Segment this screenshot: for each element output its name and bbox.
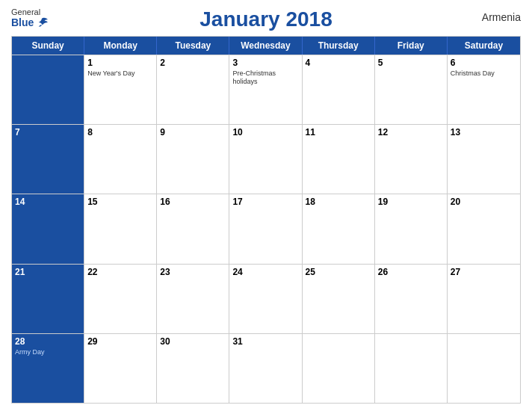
calendar-cell: 31 <box>229 334 302 403</box>
calendar-grid: SundayMondayTuesdayWednesdayThursdayFrid… <box>11 36 521 404</box>
cell-date-number: 29 <box>87 336 153 347</box>
calendar-cell <box>448 334 520 403</box>
cell-date-number: 23 <box>160 267 226 277</box>
calendar-cell: 15 <box>84 194 157 263</box>
cell-date-number: 3 <box>232 58 298 68</box>
cell-date-number: 16 <box>160 197 226 207</box>
calendar-cell: 11 <box>303 125 375 194</box>
calendar-cell: 6Christmas Day <box>448 55 520 124</box>
cell-date-number: 17 <box>232 197 298 207</box>
calendar-cell: 30 <box>157 334 229 403</box>
day-header-saturday: Saturday <box>448 37 520 55</box>
cell-date-number: 24 <box>232 267 298 277</box>
calendar-cell: 24 <box>229 265 302 333</box>
calendar-cell <box>303 334 375 403</box>
calendar-cell: 18 <box>303 194 375 263</box>
calendar-cell: 2 <box>157 55 229 124</box>
cell-event-label: New Year's Day <box>87 69 153 78</box>
week-row-4: 21222324252627 <box>12 264 520 333</box>
cell-date-number: 15 <box>87 197 153 207</box>
cell-date-number: 4 <box>306 58 371 68</box>
logo-blue-text: Blue <box>11 16 49 28</box>
calendar-cell: 1New Year's Day <box>84 55 157 124</box>
cell-date-number: 31 <box>232 336 298 347</box>
cell-date-number: 14 <box>15 197 81 207</box>
cell-date-number: 6 <box>451 58 517 68</box>
cell-date-number: 26 <box>378 267 444 277</box>
day-header-monday: Monday <box>84 37 157 55</box>
calendar-cell: 17 <box>229 194 302 263</box>
calendar-header: General Blue January 2018 Armenia <box>11 7 521 31</box>
calendar-container: General Blue January 2018 Armenia Sunday… <box>0 0 532 411</box>
cell-date-number: 27 <box>451 267 517 277</box>
cell-event-label: Army Day <box>15 348 81 356</box>
month-title: January 2018 <box>200 7 332 31</box>
calendar-cell: 26 <box>375 265 448 333</box>
cell-date-number: 21 <box>15 267 81 277</box>
calendar-cell <box>375 334 448 403</box>
week-row-3: 14151617181920 <box>12 194 520 263</box>
calendar-cell: 13 <box>448 125 520 194</box>
cell-date-number: 7 <box>15 127 81 137</box>
cell-date-number: 28 <box>15 336 81 347</box>
calendar-cell: 4 <box>303 55 375 124</box>
day-header-tuesday: Tuesday <box>157 37 229 55</box>
calendar-cell: 9 <box>157 125 229 194</box>
cell-date-number: 13 <box>451 127 517 137</box>
calendar-cell: 19 <box>375 194 448 263</box>
cell-event-label: Pre-Christmas holidays <box>232 69 298 86</box>
cell-date-number: 1 <box>87 58 153 68</box>
cell-date-number: 30 <box>160 336 226 347</box>
day-headers-row: SundayMondayTuesdayWednesdayThursdayFrid… <box>12 37 520 55</box>
weeks-container: 1New Year's Day23Pre-Christmas holidays4… <box>12 55 520 403</box>
calendar-cell: 29 <box>84 334 157 403</box>
logo: General Blue <box>11 7 49 28</box>
week-row-5: 28Army Day293031 <box>12 333 520 403</box>
calendar-cell: 5 <box>375 55 448 124</box>
calendar-cell: 28Army Day <box>12 334 84 403</box>
week-row-1: 1New Year's Day23Pre-Christmas holidays4… <box>12 55 520 124</box>
calendar-cell: 23 <box>157 265 229 333</box>
cell-date-number: 8 <box>87 127 153 137</box>
cell-date-number: 5 <box>378 58 444 68</box>
cell-date-number: 18 <box>306 197 371 207</box>
country-label: Armenia <box>482 11 521 23</box>
cell-date-number: 25 <box>306 267 371 277</box>
week-row-2: 78910111213 <box>12 124 520 194</box>
cell-date-number: 2 <box>160 58 226 68</box>
day-header-friday: Friday <box>375 37 448 55</box>
calendar-cell: 14 <box>12 194 84 263</box>
calendar-cell: 20 <box>448 194 520 263</box>
calendar-cell: 8 <box>84 125 157 194</box>
cell-date-number: 22 <box>87 267 153 277</box>
cell-date-number: 19 <box>378 197 444 207</box>
calendar-cell: 22 <box>84 265 157 333</box>
cell-date-number: 12 <box>378 127 444 137</box>
calendar-cell: 12 <box>375 125 448 194</box>
day-header-wednesday: Wednesday <box>229 37 302 55</box>
cell-event-label: Christmas Day <box>451 69 517 78</box>
calendar-cell: 3Pre-Christmas holidays <box>229 55 302 124</box>
day-header-sunday: Sunday <box>12 37 84 55</box>
logo-general-text: General <box>11 7 40 16</box>
calendar-cell: 7 <box>12 125 84 194</box>
cell-date-number: 11 <box>306 127 371 137</box>
calendar-cell <box>12 55 84 124</box>
calendar-cell: 10 <box>229 125 302 194</box>
calendar-cell: 25 <box>303 265 375 333</box>
calendar-cell: 16 <box>157 194 229 263</box>
day-header-thursday: Thursday <box>303 37 375 55</box>
cell-date-number: 10 <box>232 127 298 137</box>
calendar-cell: 21 <box>12 265 84 333</box>
cell-date-number: 9 <box>160 127 226 137</box>
logo-bird-icon <box>35 17 49 28</box>
cell-date-number: 20 <box>451 197 517 207</box>
calendar-cell: 27 <box>448 265 520 333</box>
